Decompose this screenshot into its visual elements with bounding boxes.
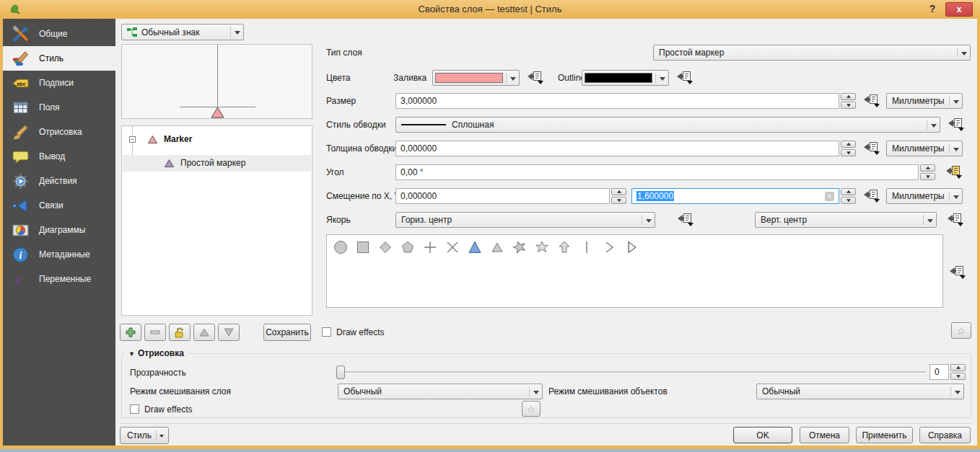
draw-effects-checkbox[interactable]	[322, 327, 331, 337]
effects-star-button-layer[interactable]: ☆	[522, 401, 541, 417]
shape-cross2[interactable]	[445, 239, 460, 255]
anchor-vertical-select[interactable]: Верт. центр	[755, 212, 937, 228]
feature-blend-value: Обычный	[762, 386, 800, 396]
angle-spin-buttons[interactable]	[920, 164, 935, 180]
transparency-slider-track[interactable]	[338, 371, 926, 373]
anchor-horizontal-override-button[interactable]	[677, 213, 694, 227]
outline-style-override-button[interactable]	[948, 118, 965, 132]
size-unit-select[interactable]: Миллиметры	[886, 93, 963, 109]
shape-filled-arrowhead[interactable]	[624, 239, 639, 255]
offset-y-spin-buttons[interactable]	[841, 188, 856, 204]
apply-button[interactable]: Применить	[856, 427, 913, 443]
chevron-down-icon	[159, 435, 164, 438]
transparency-spin-buttons[interactable]	[950, 364, 966, 380]
outline-width-value: 0,000000	[401, 143, 437, 154]
angle-override-button-active[interactable]	[945, 165, 963, 180]
fill-override-button[interactable]	[527, 71, 544, 85]
shape-arrowhead[interactable]	[601, 239, 617, 255]
layer-blend-select[interactable]: Обычный	[338, 384, 543, 399]
add-symbol-layer-button[interactable]	[120, 324, 141, 341]
shape-picker-override-button[interactable]	[949, 265, 966, 280]
draw-effects-checkbox-layer[interactable]	[130, 404, 139, 414]
move-down-button[interactable]	[218, 324, 240, 341]
shape-star[interactable]	[512, 239, 528, 255]
angle-spinbox[interactable]: 0,00 °	[395, 164, 935, 180]
sidebar-item-label: Стиль	[39, 53, 64, 63]
lock-button[interactable]	[169, 324, 191, 341]
joins-icon	[12, 197, 30, 215]
shape-triangle-selected[interactable]	[467, 239, 483, 255]
remove-symbol-layer-button[interactable]	[144, 324, 166, 341]
offset-unit-select[interactable]: Миллиметры	[886, 188, 963, 204]
move-up-button[interactable]	[193, 324, 215, 341]
titlebar[interactable]: Свойства слоя — testtest | Стиль ? x	[0, 0, 980, 19]
outline-width-spin-buttons[interactable]	[841, 141, 856, 156]
shape-equilateral-triangle[interactable]	[489, 239, 505, 255]
tree-item-marker[interactable]: Marker	[122, 132, 312, 148]
outline-width-label: Толщина обводки	[326, 141, 397, 156]
sidebar-item-labels[interactable]: abc Подписи	[3, 71, 115, 95]
outline-width-override-button[interactable]	[863, 141, 880, 156]
shape-diamond[interactable]	[377, 239, 393, 255]
offset-x-spinbox[interactable]: 0,000000	[395, 188, 626, 204]
help-button[interactable]: Справка	[919, 427, 971, 443]
layer-type-select[interactable]: Простой маркер	[653, 45, 971, 61]
size-spin-buttons[interactable]	[841, 93, 856, 109]
sidebar-item-diagrams[interactable]: Диаграммы	[3, 218, 115, 242]
style-menu-button[interactable]: Стиль	[120, 427, 169, 444]
outline-width-spinbox[interactable]: 0,000000	[395, 141, 856, 156]
shape-line[interactable]	[579, 239, 595, 255]
size-override-button[interactable]	[863, 94, 880, 108]
shape-pentagon[interactable]	[400, 239, 416, 255]
sidebar-item-metadata[interactable]: i Метаданные	[3, 242, 115, 267]
shape-square[interactable]	[355, 239, 371, 255]
sidebar-item-general[interactable]: Общие	[3, 22, 115, 46]
outline-style-select[interactable]: Сплошная	[395, 117, 940, 133]
shape-cross[interactable]	[422, 239, 438, 255]
angle-value: 0,00 °	[401, 167, 424, 177]
sidebar-item-display[interactable]: Вывод	[3, 144, 115, 169]
symbol-type-dropdown[interactable]: Обычный знак	[121, 24, 244, 40]
shape-regular-star[interactable]	[534, 239, 550, 255]
button-separator	[156, 430, 157, 440]
outline-override-button[interactable]	[676, 71, 694, 85]
sidebar-item-variables[interactable]: ε Переменные	[3, 267, 115, 291]
transparency-slider-handle[interactable]	[336, 365, 345, 379]
anchor-vertical-override-button[interactable]	[947, 213, 964, 227]
shape-arrow[interactable]	[556, 239, 572, 255]
transparency-label: Прозрачность	[130, 365, 186, 381]
sidebar-item-fields[interactable]: Поля	[3, 95, 115, 120]
feature-blend-select[interactable]: Обычный	[756, 384, 964, 399]
effects-star-button[interactable]: ☆	[951, 322, 971, 339]
close-button[interactable]: x	[945, 2, 973, 17]
anchor-vertical-value: Верт. центр	[761, 215, 807, 225]
tree-item-simple-marker[interactable]: Простой маркер	[123, 155, 311, 172]
offset-override-button[interactable]	[863, 189, 880, 203]
offset-x-spin-buttons[interactable]	[611, 188, 626, 204]
help-titlebar-button[interactable]: ?	[926, 3, 939, 16]
outline-width-unit-value: Миллиметры	[892, 143, 945, 154]
rendering-section-header[interactable]: ▼Отрисовка	[125, 348, 188, 358]
symbol-layer-tree: − Marker Простой маркер	[121, 125, 312, 316]
transparency-spinbox[interactable]: 0	[929, 364, 966, 380]
cancel-button[interactable]: Отмена	[800, 427, 849, 443]
sidebar-item-actions[interactable]: Действия	[3, 169, 115, 193]
sidebar-item-style[interactable]: Стиль	[3, 46, 115, 71]
simple-marker-triangle-icon	[165, 159, 174, 167]
outline-color-button[interactable]	[582, 70, 669, 86]
size-spinbox[interactable]: 3,000000	[395, 93, 856, 109]
sidebar-item-rendering[interactable]: Отрисовка	[3, 120, 115, 144]
shape-circle[interactable]	[333, 239, 349, 255]
offset-x-value: 0,000000	[401, 191, 437, 201]
angle-label: Угол	[326, 164, 344, 180]
clear-field-icon[interactable]: ×	[825, 192, 834, 201]
fill-color-button[interactable]	[432, 70, 520, 86]
display-icon	[12, 148, 30, 166]
anchor-horizontal-select[interactable]: Гориз. центр	[395, 212, 655, 228]
save-symbol-button[interactable]: Сохранить	[263, 324, 311, 341]
sidebar-item-joins[interactable]: Связи	[3, 193, 115, 218]
outline-width-unit-select[interactable]: Миллиметры	[886, 141, 963, 156]
ok-button[interactable]: OK	[733, 427, 792, 443]
offset-y-spinbox-focused[interactable]: 1,600000 ×	[631, 188, 856, 204]
svg-text:abc: abc	[17, 80, 26, 87]
